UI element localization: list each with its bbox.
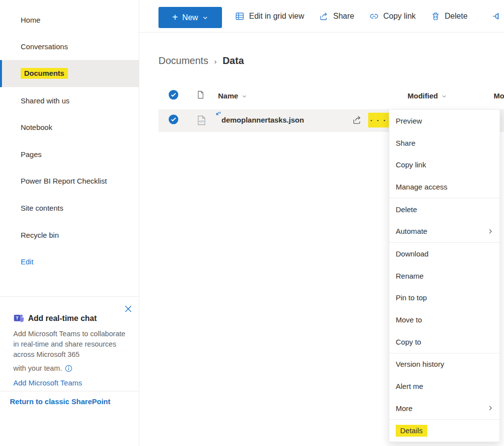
trash-icon	[431, 11, 441, 21]
share-icon	[319, 11, 329, 21]
json-file-icon: </>	[196, 115, 207, 128]
main-content: + New Edit in grid view	[139, 0, 504, 446]
chevron-down-icon	[202, 15, 208, 21]
menu-item-alert-me[interactable]: Alert me	[389, 375, 500, 397]
copy-link-button[interactable]: Copy link	[369, 11, 416, 21]
menu-item-download[interactable]: Download	[389, 243, 500, 265]
table-header: Name Modified Mo	[139, 89, 504, 106]
new-button[interactable]: + New	[158, 7, 222, 28]
sidebar: Home Conversations Documents Shared with…	[0, 0, 139, 446]
chevron-right-icon	[487, 405, 493, 411]
teams-promo-body: Add Microsoft Teams to collaborate in re…	[13, 329, 127, 360]
pin-icon[interactable]	[492, 11, 503, 24]
sidebar-item-site-contents[interactable]: Site contents	[0, 194, 139, 222]
breadcrumb-documents[interactable]: Documents	[158, 55, 208, 66]
add-microsoft-teams-link[interactable]: Add Microsoft Teams	[13, 379, 130, 387]
documents-highlight: Documents	[21, 68, 68, 79]
details-highlight: Details	[396, 425, 427, 437]
sidebar-item-power-bi-report-checklist[interactable]: Power BI Report Checklist	[0, 168, 139, 195]
menu-item-copy-link[interactable]: Copy link	[389, 154, 500, 176]
menu-item-pin-to-top[interactable]: Pin to top	[389, 287, 500, 309]
svg-text:T: T	[16, 316, 19, 320]
sidebar-item-recycle-bin[interactable]: Recycle bin	[0, 222, 139, 249]
column-header-modified[interactable]: Modified	[408, 92, 447, 100]
sidebar-nav: Home Conversations Documents Shared with…	[0, 6, 139, 275]
sidebar-item-pages[interactable]: Pages	[0, 141, 139, 168]
column-header-name[interactable]: Name	[218, 92, 247, 100]
sidebar-item-shared-with-us[interactable]: Shared with us	[0, 87, 139, 114]
sidebar-item-notebook[interactable]: Notebook	[0, 114, 139, 141]
teams-icon: T	[13, 313, 25, 324]
delete-button[interactable]: Delete	[431, 11, 468, 21]
column-header-modified-by[interactable]: Mo	[494, 92, 504, 100]
menu-item-manage-access[interactable]: Manage access	[389, 176, 500, 198]
breadcrumb: Documents › Data	[158, 55, 244, 66]
close-icon[interactable]	[123, 304, 133, 314]
breadcrumb-current-folder: Data	[222, 55, 244, 66]
menu-item-rename[interactable]: Rename	[389, 265, 500, 287]
chevron-right-icon	[487, 228, 493, 234]
menu-item-preview[interactable]: Preview	[389, 110, 500, 132]
sidebar-divider	[0, 391, 139, 391]
context-menu: Preview Share Copy link Manage access De…	[389, 109, 500, 442]
svg-text:</>: </>	[199, 119, 204, 124]
menu-item-copy-to[interactable]: Copy to	[389, 331, 500, 353]
edit-in-grid-view-button[interactable]: Edit in grid view	[235, 11, 304, 21]
teams-promo-body-tail: with your team.	[13, 364, 62, 372]
file-type-column-icon[interactable]	[196, 90, 205, 101]
sidebar-item-documents[interactable]: Documents	[0, 60, 139, 87]
chevron-down-icon	[441, 94, 447, 99]
share-icon[interactable]	[352, 115, 362, 127]
select-all-checkbox[interactable]	[168, 90, 179, 102]
link-icon	[369, 11, 379, 21]
row-checkbox[interactable]	[168, 114, 179, 127]
menu-item-details[interactable]: Details	[389, 420, 500, 442]
menu-item-move-to[interactable]: Move to	[389, 309, 500, 331]
menu-item-more[interactable]: More	[389, 397, 500, 419]
share-button[interactable]: Share	[319, 11, 354, 21]
command-bar: + New Edit in grid view	[139, 0, 504, 32]
sidebar-item-conversations[interactable]: Conversations	[0, 33, 139, 61]
breadcrumb-separator: ›	[214, 57, 217, 65]
return-to-classic-link[interactable]: Return to classic SharePoint	[10, 397, 110, 406]
teams-promo-panel: T Add real-time chat Add Microsoft Teams…	[0, 296, 139, 391]
menu-item-delete[interactable]: Delete	[389, 198, 500, 221]
info-icon[interactable]	[65, 365, 72, 372]
sidebar-item-edit[interactable]: Edit	[0, 248, 139, 275]
sidebar-item-home[interactable]: Home	[0, 6, 139, 33]
plus-icon: +	[172, 12, 178, 22]
more-actions-ellipsis-button[interactable]: · · ·	[368, 113, 389, 127]
chevron-down-icon	[242, 94, 247, 99]
menu-item-automate[interactable]: Automate	[389, 220, 500, 242]
menu-item-share[interactable]: Share	[389, 132, 500, 154]
grid-icon	[235, 11, 245, 21]
teams-promo-title: Add real-time chat	[28, 314, 97, 323]
click-cursor-annotation	[214, 111, 221, 121]
menu-item-version-history[interactable]: Version history	[389, 353, 500, 376]
file-name[interactable]: demoplannertasks.json	[221, 116, 304, 124]
